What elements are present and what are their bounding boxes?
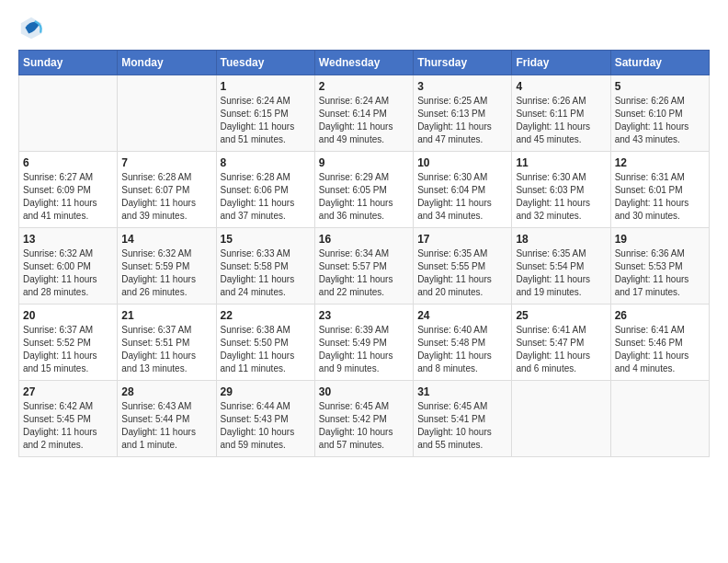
- cell-content: Sunrise: 6:38 AM Sunset: 5:50 PM Dayligh…: [221, 324, 311, 375]
- day-number: 23: [319, 309, 409, 322]
- cell-content: Sunrise: 6:29 AM Sunset: 6:05 PM Dayligh…: [319, 171, 409, 223]
- header-row: SundayMondayTuesdayWednesdayThursdayFrid…: [19, 51, 710, 75]
- calendar-cell: 3Sunrise: 6:25 AM Sunset: 6:13 PM Daylig…: [414, 75, 512, 152]
- cell-content: Sunrise: 6:34 AM Sunset: 5:57 PM Dayligh…: [319, 247, 409, 299]
- header-day: Saturday: [610, 51, 709, 75]
- page: SundayMondayTuesdayWednesdayThursdayFrid…: [0, 0, 728, 476]
- calendar-cell: 5Sunrise: 6:26 AM Sunset: 6:10 PM Daylig…: [610, 75, 709, 152]
- cell-content: Sunrise: 6:24 AM Sunset: 6:14 PM Dayligh…: [319, 95, 409, 146]
- day-number: 3: [417, 80, 507, 93]
- day-number: 4: [516, 80, 606, 93]
- logo-icon: [18, 15, 44, 40]
- calendar-cell: 12Sunrise: 6:31 AM Sunset: 6:01 PM Dayli…: [610, 152, 709, 228]
- cell-content: Sunrise: 6:44 AM Sunset: 5:43 PM Dayligh…: [221, 400, 311, 452]
- cell-content: Sunrise: 6:45 AM Sunset: 5:41 PM Dayligh…: [417, 400, 507, 452]
- cell-content: Sunrise: 6:42 AM Sunset: 5:45 PM Dayligh…: [23, 400, 113, 452]
- calendar-cell: 16Sunrise: 6:34 AM Sunset: 5:57 PM Dayli…: [314, 228, 413, 304]
- calendar-cell: 4Sunrise: 6:26 AM Sunset: 6:11 PM Daylig…: [512, 75, 610, 152]
- calendar-cell: 13Sunrise: 6:32 AM Sunset: 6:00 PM Dayli…: [19, 228, 118, 304]
- calendar-week-row: 13Sunrise: 6:32 AM Sunset: 6:00 PM Dayli…: [19, 228, 710, 304]
- calendar-cell: 9Sunrise: 6:29 AM Sunset: 6:05 PM Daylig…: [314, 152, 413, 228]
- header-day: Sunday: [19, 51, 118, 75]
- calendar-cell: 1Sunrise: 6:24 AM Sunset: 6:15 PM Daylig…: [216, 75, 314, 152]
- cell-content: Sunrise: 6:24 AM Sunset: 6:15 PM Dayligh…: [221, 95, 311, 146]
- cell-content: Sunrise: 6:35 AM Sunset: 5:55 PM Dayligh…: [417, 247, 507, 299]
- header-day: Tuesday: [216, 51, 314, 75]
- day-number: 26: [615, 309, 705, 322]
- calendar-cell: 19Sunrise: 6:36 AM Sunset: 5:53 PM Dayli…: [610, 228, 709, 304]
- calendar-cell: 24Sunrise: 6:40 AM Sunset: 5:48 PM Dayli…: [414, 304, 512, 381]
- cell-content: Sunrise: 6:37 AM Sunset: 5:51 PM Dayligh…: [121, 324, 211, 375]
- cell-content: Sunrise: 6:45 AM Sunset: 5:42 PM Dayligh…: [319, 400, 409, 452]
- cell-content: Sunrise: 6:35 AM Sunset: 5:54 PM Dayligh…: [516, 247, 606, 299]
- day-number: 10: [417, 156, 507, 169]
- day-number: 14: [121, 233, 211, 246]
- calendar-table: SundayMondayTuesdayWednesdayThursdayFrid…: [18, 50, 710, 457]
- day-number: 5: [615, 80, 705, 93]
- calendar-cell: [118, 75, 216, 152]
- day-number: 9: [319, 156, 409, 169]
- day-number: 29: [221, 385, 311, 398]
- cell-content: Sunrise: 6:36 AM Sunset: 5:53 PM Dayligh…: [615, 247, 705, 299]
- cell-content: Sunrise: 6:25 AM Sunset: 6:13 PM Dayligh…: [417, 95, 507, 146]
- calendar-cell: 8Sunrise: 6:28 AM Sunset: 6:06 PM Daylig…: [216, 152, 314, 228]
- calendar-cell: 11Sunrise: 6:30 AM Sunset: 6:03 PM Dayli…: [512, 152, 610, 228]
- calendar-cell: 10Sunrise: 6:30 AM Sunset: 6:04 PM Dayli…: [414, 152, 512, 228]
- day-number: 19: [615, 233, 705, 246]
- day-number: 15: [221, 233, 311, 246]
- calendar-week-row: 6Sunrise: 6:27 AM Sunset: 6:09 PM Daylig…: [19, 152, 710, 228]
- cell-content: Sunrise: 6:40 AM Sunset: 5:48 PM Dayligh…: [417, 324, 507, 375]
- day-number: 13: [23, 233, 113, 246]
- cell-content: Sunrise: 6:28 AM Sunset: 6:06 PM Dayligh…: [221, 171, 311, 223]
- cell-content: Sunrise: 6:30 AM Sunset: 6:04 PM Dayligh…: [417, 171, 507, 223]
- calendar-cell: 7Sunrise: 6:28 AM Sunset: 6:07 PM Daylig…: [118, 152, 216, 228]
- day-number: 28: [121, 385, 211, 398]
- calendar-cell: [512, 381, 610, 457]
- calendar-cell: 18Sunrise: 6:35 AM Sunset: 5:54 PM Dayli…: [512, 228, 610, 304]
- cell-content: Sunrise: 6:31 AM Sunset: 6:01 PM Dayligh…: [615, 171, 705, 223]
- day-number: 21: [121, 309, 211, 322]
- day-number: 6: [23, 156, 113, 169]
- logo: [18, 15, 48, 40]
- day-number: 11: [516, 156, 606, 169]
- day-number: 24: [417, 309, 507, 322]
- calendar-week-row: 20Sunrise: 6:37 AM Sunset: 5:52 PM Dayli…: [19, 304, 710, 381]
- day-number: 2: [319, 80, 409, 93]
- calendar-week-row: 1Sunrise: 6:24 AM Sunset: 6:15 PM Daylig…: [19, 75, 710, 152]
- day-number: 16: [319, 233, 409, 246]
- calendar-cell: 15Sunrise: 6:33 AM Sunset: 5:58 PM Dayli…: [216, 228, 314, 304]
- day-number: 7: [121, 156, 211, 169]
- cell-content: Sunrise: 6:41 AM Sunset: 5:46 PM Dayligh…: [615, 324, 705, 375]
- calendar-cell: 29Sunrise: 6:44 AM Sunset: 5:43 PM Dayli…: [216, 381, 314, 457]
- day-number: 12: [615, 156, 705, 169]
- day-number: 8: [221, 156, 311, 169]
- cell-content: Sunrise: 6:41 AM Sunset: 5:47 PM Dayligh…: [516, 324, 606, 375]
- day-number: 31: [417, 385, 507, 398]
- cell-content: Sunrise: 6:27 AM Sunset: 6:09 PM Dayligh…: [23, 171, 113, 223]
- header-day: Friday: [512, 51, 610, 75]
- cell-content: Sunrise: 6:43 AM Sunset: 5:44 PM Dayligh…: [121, 400, 211, 452]
- header-day: Monday: [118, 51, 216, 75]
- cell-content: Sunrise: 6:28 AM Sunset: 6:07 PM Dayligh…: [121, 171, 211, 223]
- calendar-header: SundayMondayTuesdayWednesdayThursdayFrid…: [19, 51, 710, 75]
- calendar-cell: 25Sunrise: 6:41 AM Sunset: 5:47 PM Dayli…: [512, 304, 610, 381]
- day-number: 25: [516, 309, 606, 322]
- calendar-cell: 23Sunrise: 6:39 AM Sunset: 5:49 PM Dayli…: [314, 304, 413, 381]
- day-number: 1: [221, 80, 311, 93]
- cell-content: Sunrise: 6:30 AM Sunset: 6:03 PM Dayligh…: [516, 171, 606, 223]
- cell-content: Sunrise: 6:37 AM Sunset: 5:52 PM Dayligh…: [23, 324, 113, 375]
- calendar-cell: 21Sunrise: 6:37 AM Sunset: 5:51 PM Dayli…: [118, 304, 216, 381]
- calendar-cell: 2Sunrise: 6:24 AM Sunset: 6:14 PM Daylig…: [314, 75, 413, 152]
- cell-content: Sunrise: 6:26 AM Sunset: 6:10 PM Dayligh…: [615, 95, 705, 146]
- calendar-cell: 14Sunrise: 6:32 AM Sunset: 5:59 PM Dayli…: [118, 228, 216, 304]
- day-number: 27: [23, 385, 113, 398]
- day-number: 22: [221, 309, 311, 322]
- calendar-cell: 31Sunrise: 6:45 AM Sunset: 5:41 PM Dayli…: [414, 381, 512, 457]
- header: [18, 15, 710, 40]
- calendar-cell: 26Sunrise: 6:41 AM Sunset: 5:46 PM Dayli…: [610, 304, 709, 381]
- cell-content: Sunrise: 6:32 AM Sunset: 6:00 PM Dayligh…: [23, 247, 113, 299]
- calendar-body: 1Sunrise: 6:24 AM Sunset: 6:15 PM Daylig…: [19, 75, 710, 457]
- calendar-week-row: 27Sunrise: 6:42 AM Sunset: 5:45 PM Dayli…: [19, 381, 710, 457]
- cell-content: Sunrise: 6:33 AM Sunset: 5:58 PM Dayligh…: [221, 247, 311, 299]
- header-day: Wednesday: [314, 51, 413, 75]
